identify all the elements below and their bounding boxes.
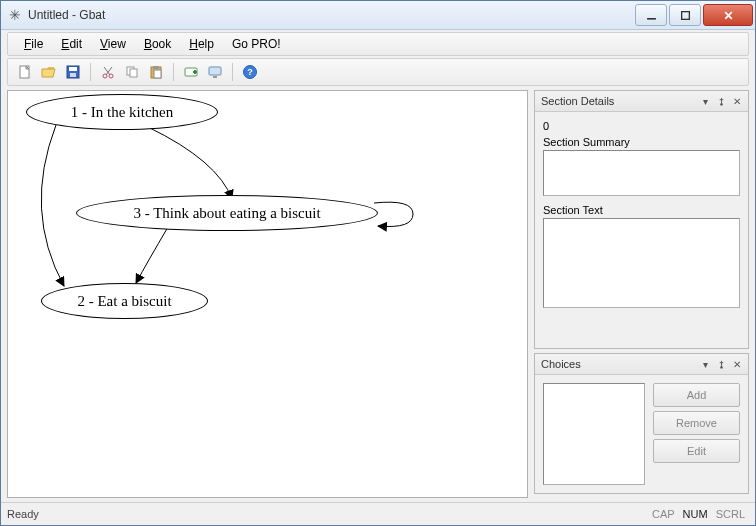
section-id: 0 (543, 120, 740, 132)
copy-icon[interactable] (121, 61, 143, 83)
paste-icon[interactable] (145, 61, 167, 83)
app-icon: ✳ (7, 7, 23, 23)
status-scrl: SCRL (712, 508, 749, 520)
remove-button[interactable]: Remove (653, 411, 740, 435)
choices-header[interactable]: Choices ▾ ✕ (535, 354, 748, 375)
edit-button[interactable]: Edit (653, 439, 740, 463)
menu-help[interactable]: Help (181, 35, 222, 53)
svg-rect-20 (209, 67, 221, 75)
open-file-icon[interactable] (38, 61, 60, 83)
title-bar[interactable]: ✳ Untitled - Gbat (1, 1, 755, 30)
side-panel: Section Details ▾ ✕ 0 Section Summary Se… (534, 90, 749, 498)
section-details-title: Section Details (541, 95, 696, 107)
tool-bar: ? (7, 58, 749, 86)
dropdown-icon[interactable]: ▾ (698, 357, 712, 371)
menu-view[interactable]: View (92, 35, 134, 53)
choices-buttons: Add Remove Edit (653, 383, 740, 485)
section-text-label: Section Text (543, 204, 740, 216)
add-node-icon[interactable] (180, 61, 202, 83)
svg-rect-15 (153, 66, 159, 69)
svg-rect-1 (681, 11, 689, 19)
status-ready: Ready (7, 508, 648, 520)
menu-gopro[interactable]: Go PRO! (224, 35, 289, 53)
section-details-panel: Section Details ▾ ✕ 0 Section Summary Se… (534, 90, 749, 349)
svg-rect-7 (70, 73, 76, 77)
choices-list[interactable] (543, 383, 645, 485)
node-1[interactable]: 1 - In the kitchen (26, 94, 218, 130)
node-3[interactable]: 3 - Think about eating a biscuit (76, 195, 378, 231)
svg-rect-21 (213, 76, 217, 78)
separator (232, 63, 233, 81)
minimize-button[interactable] (635, 4, 667, 26)
menu-file[interactable]: File (16, 35, 51, 53)
node-1-label: 1 - In the kitchen (71, 104, 173, 121)
diagram-canvas[interactable]: 1 - In the kitchen 3 - Think about eatin… (7, 90, 528, 498)
separator (173, 63, 174, 81)
svg-point-10 (103, 74, 107, 78)
add-button[interactable]: Add (653, 383, 740, 407)
svg-text:?: ? (247, 67, 253, 77)
choices-body: Add Remove Edit (535, 375, 748, 493)
window-title: Untitled - Gbat (28, 8, 633, 22)
menu-edit[interactable]: Edit (53, 35, 90, 53)
svg-rect-16 (154, 70, 161, 78)
help-icon[interactable]: ? (239, 61, 261, 83)
close-button[interactable] (703, 4, 753, 26)
new-file-icon[interactable] (14, 61, 36, 83)
status-bar: Ready CAP NUM SCRL (1, 502, 755, 525)
choices-panel: Choices ▾ ✕ Add Remove Edit (534, 353, 749, 494)
pin-icon[interactable] (714, 357, 728, 371)
node-2-label: 2 - Eat a biscuit (77, 293, 171, 310)
svg-point-11 (109, 74, 113, 78)
app-window: ✳ Untitled - Gbat File Edit View Book He… (0, 0, 756, 526)
node-3-label: 3 - Think about eating a biscuit (133, 205, 320, 222)
section-summary-input[interactable] (543, 150, 740, 196)
close-panel-icon[interactable]: ✕ (730, 94, 744, 108)
client-area: 1 - In the kitchen 3 - Think about eatin… (7, 90, 749, 498)
separator (90, 63, 91, 81)
save-file-icon[interactable] (62, 61, 84, 83)
pin-icon[interactable] (714, 94, 728, 108)
section-summary-label: Section Summary (543, 136, 740, 148)
node-2[interactable]: 2 - Eat a biscuit (41, 283, 208, 319)
screen-icon[interactable] (204, 61, 226, 83)
menu-book[interactable]: Book (136, 35, 179, 53)
section-text-input[interactable] (543, 218, 740, 308)
maximize-button[interactable] (669, 4, 701, 26)
close-panel-icon[interactable]: ✕ (730, 357, 744, 371)
choices-title: Choices (541, 358, 696, 370)
window-controls (633, 4, 753, 26)
status-cap: CAP (648, 508, 679, 520)
section-details-header[interactable]: Section Details ▾ ✕ (535, 91, 748, 112)
menu-bar: File Edit View Book Help Go PRO! (7, 32, 749, 56)
svg-rect-6 (69, 67, 77, 71)
section-details-body: 0 Section Summary Section Text (535, 112, 748, 314)
dropdown-icon[interactable]: ▾ (698, 94, 712, 108)
status-num: NUM (679, 508, 712, 520)
cut-icon[interactable] (97, 61, 119, 83)
svg-rect-13 (130, 69, 137, 77)
